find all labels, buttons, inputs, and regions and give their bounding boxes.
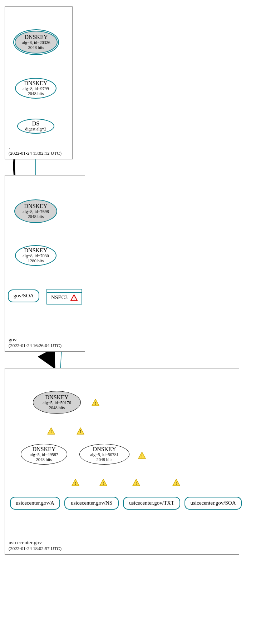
rrset-label: gov/SOA bbox=[14, 293, 34, 299]
root-ksk-dnskey[interactable]: DNSKEY alg=8, id=20326 2048 bits bbox=[13, 29, 59, 55]
usicecenter-txt-rrset[interactable]: usicecenter.gov/TXT bbox=[123, 497, 180, 510]
zone-gov-name: gov bbox=[9, 336, 62, 343]
warning-icon: ! bbox=[77, 427, 84, 435]
zone-usicecenter-label: usicecenter.gov (2022-01-24 18:02:57 UTC… bbox=[9, 539, 62, 551]
node-alg-id: alg=5, id=50781 bbox=[90, 452, 119, 457]
svg-text:!: ! bbox=[103, 481, 104, 486]
zone-root-timestamp: (2022-01-24 13:02:12 UTC) bbox=[9, 150, 62, 156]
warning-icon: ! bbox=[138, 452, 146, 459]
zone-gov-label: gov (2022-01-24 16:26:04 UTC) bbox=[9, 336, 62, 348]
zone-usicecenter-name: usicecenter.gov bbox=[9, 539, 62, 546]
node-bits: 1280 bits bbox=[28, 259, 44, 264]
node-bits: 2048 bits bbox=[36, 457, 52, 462]
svg-text:!: ! bbox=[50, 429, 52, 434]
node-title: DNSKEY bbox=[45, 394, 69, 401]
node-bits: 2048 bits bbox=[28, 214, 44, 219]
usicecenter-zsk-50781[interactable]: DNSKEY alg=5, id=50781 2048 bits bbox=[79, 444, 129, 465]
warning-icon: ! bbox=[99, 479, 107, 486]
rrset-label: usicecenter.gov/TXT bbox=[129, 500, 174, 506]
root-zsk-dnskey[interactable]: DNSKEY alg=8, id=9799 2048 bits bbox=[15, 78, 57, 99]
usicecenter-soa-rrset[interactable]: usicecenter.gov/SOA bbox=[185, 497, 242, 510]
svg-text:!: ! bbox=[80, 429, 81, 434]
gov-ksk-dnskey[interactable]: DNSKEY alg=8, id=7698 2048 bits bbox=[14, 199, 57, 223]
node-digest: digest alg=2 bbox=[25, 127, 46, 132]
gov-soa-rrset[interactable]: gov/SOA bbox=[8, 289, 39, 302]
usicecenter-ns-rrset[interactable]: usicecenter.gov/NS bbox=[64, 497, 119, 510]
node-alg-id: alg=8, id=9799 bbox=[23, 86, 49, 91]
warning-icon: ! bbox=[132, 479, 140, 486]
node-title: DNSKEY bbox=[24, 203, 48, 209]
usicecenter-ksk-dnskey[interactable]: DNSKEY alg=5, id=59176 2048 bits bbox=[33, 391, 81, 414]
gov-zsk-dnskey[interactable]: DNSKEY alg=8, id=7030 1280 bits bbox=[15, 245, 57, 266]
svg-text:!: ! bbox=[95, 401, 96, 406]
node-bits: 2048 bits bbox=[28, 91, 44, 96]
warning-icon: ! bbox=[92, 399, 99, 406]
rrset-label: usicecenter.gov/NS bbox=[71, 500, 112, 506]
zone-usicecenter-timestamp: (2022-01-24 18:02:57 UTC) bbox=[9, 546, 62, 551]
warning-icon: ! bbox=[47, 427, 55, 435]
node-bits: 2048 bits bbox=[49, 406, 65, 411]
node-title: DNSKEY bbox=[93, 446, 116, 452]
node-title: DNSKEY bbox=[33, 446, 56, 452]
nsec3-label: NSEC3 bbox=[51, 294, 68, 301]
node-bits: 2048 bits bbox=[28, 45, 44, 50]
node-bits: 2048 bits bbox=[97, 457, 112, 462]
warning-icon: ! bbox=[172, 479, 180, 486]
error-icon: ! bbox=[70, 294, 78, 301]
dnssec-graph-canvas: . (2022-01-24 13:02:12 UTC) gov (2022-01… bbox=[0, 0, 280, 644]
rrset-label: usicecenter.gov/A bbox=[16, 500, 54, 506]
svg-text:!: ! bbox=[176, 481, 177, 486]
svg-text:!: ! bbox=[141, 454, 143, 459]
usicecenter-a-rrset[interactable]: usicecenter.gov/A bbox=[10, 497, 60, 510]
zone-gov-timestamp: (2022-01-24 16:26:04 UTC) bbox=[9, 343, 62, 348]
warning-icon: ! bbox=[72, 479, 79, 486]
zone-root-name: . bbox=[9, 144, 62, 150]
node-title: DNSKEY bbox=[24, 247, 48, 254]
node-title: DNSKEY bbox=[25, 34, 48, 40]
node-alg-id: alg=8, id=7030 bbox=[23, 254, 49, 259]
zone-root-label: . (2022-01-24 13:02:12 UTC) bbox=[9, 144, 62, 156]
svg-text:!: ! bbox=[136, 481, 137, 486]
node-alg-id: alg=8, id=20326 bbox=[22, 40, 50, 45]
rrset-label: usicecenter.gov/SOA bbox=[190, 500, 236, 506]
node-title: DNSKEY bbox=[24, 80, 48, 86]
svg-text:!: ! bbox=[73, 296, 75, 301]
root-ds[interactable]: DS digest alg=2 bbox=[17, 119, 54, 134]
node-alg-id: alg=5, id=59176 bbox=[43, 401, 71, 406]
node-alg-id: alg=5, id=49587 bbox=[30, 452, 58, 457]
node-alg-id: alg=8, id=7698 bbox=[23, 209, 49, 214]
svg-text:!: ! bbox=[75, 481, 76, 486]
gov-nsec3[interactable]: NSEC3 ! bbox=[46, 289, 82, 304]
usicecenter-zsk-49587[interactable]: DNSKEY alg=5, id=49587 2048 bits bbox=[21, 444, 67, 465]
node-title: DS bbox=[32, 120, 39, 127]
